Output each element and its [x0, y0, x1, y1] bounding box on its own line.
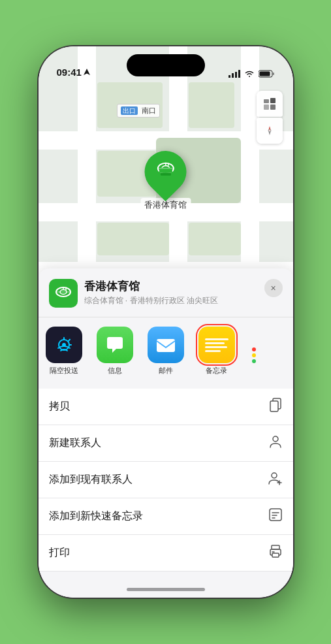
svg-rect-5	[259, 72, 270, 76]
venue-header: 香港体育馆 综合体育馆 · 香港特别行政区 油尖旺区 ×	[39, 279, 293, 317]
app-item-notes[interactable]: 备忘录	[191, 327, 242, 376]
print-label: 打印	[49, 546, 70, 560]
status-right	[229, 70, 275, 78]
svg-rect-6	[273, 72, 274, 75]
app-item-airdrop[interactable]: 隔空投送	[39, 327, 89, 376]
dynamic-island	[127, 54, 205, 76]
menu-item-print[interactable]: 打印	[39, 534, 293, 572]
more-dot-red	[252, 347, 256, 351]
close-button[interactable]: ×	[264, 279, 283, 297]
venue-name: 香港体育馆	[84, 279, 283, 294]
svg-rect-14	[264, 99, 269, 103]
notes-line-1	[205, 338, 229, 340]
location-arrow-icon	[84, 69, 90, 76]
notes-icon	[198, 327, 235, 363]
person-icon	[268, 434, 283, 452]
person-add-icon	[268, 471, 283, 489]
svg-rect-17	[270, 105, 276, 110]
mail-icon	[148, 327, 184, 363]
airdrop-icon	[46, 327, 82, 363]
menu-item-copy[interactable]: 拷贝	[39, 389, 293, 425]
copy-icon	[268, 398, 283, 415]
venue-subtitle: 综合体育馆 · 香港特别行政区 油尖旺区	[84, 295, 283, 306]
messages-icon	[97, 327, 133, 363]
battery-icon	[259, 70, 275, 78]
venue-info: 香港体育馆 综合体育馆 · 香港特别行政区 油尖旺区	[84, 279, 283, 306]
airdrop-label: 隔空投送	[50, 366, 78, 376]
app-item-messages[interactable]: 信息	[89, 327, 140, 376]
svg-rect-31	[270, 401, 278, 411]
svg-rect-42	[272, 553, 279, 557]
new-contact-label: 新建联系人	[49, 436, 101, 450]
note-icon	[268, 507, 283, 525]
app-item-mail[interactable]: 邮件	[140, 327, 191, 376]
signal-icon	[229, 70, 240, 78]
svg-point-28	[62, 343, 66, 347]
svg-rect-1	[232, 73, 234, 78]
svg-point-33	[272, 473, 277, 478]
map-block6	[189, 223, 241, 255]
more-indicator[interactable]	[242, 327, 266, 376]
svg-rect-40	[272, 545, 279, 549]
phone-screen: 09:41	[39, 46, 293, 598]
notes-line-3	[205, 346, 227, 348]
svg-rect-0	[229, 75, 230, 78]
add-existing-label: 添加到现有联系人	[49, 473, 133, 487]
svg-rect-15	[270, 98, 276, 103]
map-block2	[189, 82, 234, 128]
svg-rect-16	[264, 105, 269, 110]
svg-rect-29	[157, 339, 175, 352]
svg-point-32	[273, 436, 278, 442]
notes-label: 备忘录	[206, 366, 227, 376]
time-display: 09:41	[57, 67, 82, 78]
location-pin: 香港体育馆	[140, 151, 191, 212]
menu-item-new-contact[interactable]: 新建联系人	[39, 425, 293, 461]
map-block5	[97, 223, 169, 255]
svg-rect-36	[270, 509, 281, 521]
status-time: 09:41	[57, 67, 90, 78]
notes-line-4	[205, 350, 221, 352]
map-controls	[257, 91, 283, 144]
printer-icon	[268, 544, 283, 562]
menu-item-add-existing[interactable]: 添加到现有联系人	[39, 461, 293, 498]
notes-line-2	[205, 342, 225, 344]
south-gate-text: 南口	[142, 106, 156, 114]
south-gate-label: 出口 南口	[117, 104, 160, 118]
mail-label: 邮件	[159, 366, 173, 376]
home-indicator	[127, 588, 205, 591]
more-dot-green	[252, 359, 256, 363]
svg-line-26	[68, 340, 69, 342]
stadium-icon	[155, 159, 176, 185]
quick-note-label: 添加到新快速备忘录	[49, 509, 143, 523]
svg-rect-10	[161, 173, 171, 176]
menu-item-quick-note[interactable]: 添加到新快速备忘录	[39, 498, 293, 534]
notes-lines-deco	[202, 334, 232, 356]
venue-icon	[49, 279, 78, 308]
pin-circle	[136, 142, 195, 202]
phone-frame: 09:41	[39, 46, 293, 598]
more-dot-yellow	[252, 353, 256, 357]
compass-button[interactable]	[257, 118, 283, 144]
messages-label: 信息	[108, 366, 122, 376]
copy-label: 拷贝	[49, 400, 70, 413]
wifi-icon	[244, 70, 255, 78]
svg-rect-2	[235, 72, 237, 78]
menu-list: 拷贝 新建联系人	[39, 389, 293, 572]
app-icons-row: 隔空投送 信息	[39, 317, 293, 383]
bottom-sheet: 香港体育馆 综合体育馆 · 香港特别行政区 油尖旺区 ×	[39, 268, 293, 598]
svg-rect-3	[238, 70, 240, 78]
map-type-button[interactable]	[257, 91, 283, 117]
